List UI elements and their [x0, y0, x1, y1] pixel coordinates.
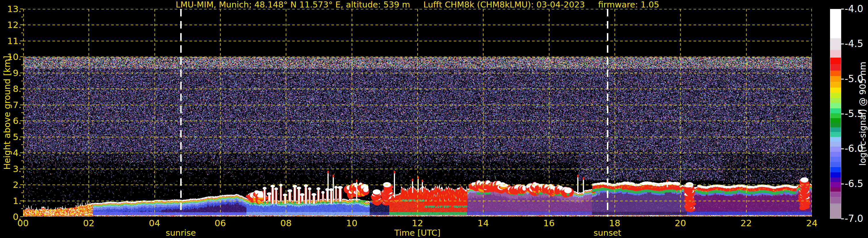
- y-tick-label: 6.: [0, 116, 21, 126]
- sunset-annotation: sunset: [564, 228, 651, 237]
- y-minor-tick: [21, 112, 23, 113]
- colorbar-tick-mark: [841, 148, 844, 149]
- colorbar-segment: [830, 172, 841, 178]
- colorbar-tick-mark: [841, 183, 844, 184]
- colorbar-segment: [830, 187, 841, 191]
- y-tick-label: 8.: [0, 84, 21, 94]
- colorbar-segment: [830, 93, 841, 98]
- colorbar-segment: [830, 137, 841, 142]
- y-minor-tick: [21, 160, 23, 161]
- y-major-tick: [20, 41, 23, 41]
- x-tick-label: 04: [142, 218, 167, 228]
- y-major-tick: [20, 169, 23, 169]
- y-major-tick: [20, 184, 23, 185]
- colorbar-segment: [830, 82, 841, 88]
- colorbar-segment: [830, 38, 841, 50]
- plot-title: LMU-MIM, Munich; 48.148° N 11.573° E, al…: [23, 0, 812, 9]
- y-major-tick: [20, 57, 23, 57]
- colorbar-segment: [830, 197, 841, 203]
- y-tick-label: 2.: [0, 179, 21, 190]
- title-instrument-date: Lufft CHM8k (CHM8kLMU): 03-04-2023: [424, 0, 585, 9]
- colorbar-label: log(rc-signal) @ 905 nm: [857, 9, 868, 219]
- colorbar-segment: [830, 127, 841, 132]
- colorbar-segment: [830, 182, 841, 187]
- y-tick-label: 4.: [0, 148, 21, 158]
- plot-area: [23, 9, 812, 217]
- y-major-tick: [20, 201, 23, 201]
- y-major-tick: [20, 152, 23, 153]
- colorbar-segment: [830, 103, 841, 108]
- y-major-tick: [20, 9, 23, 9]
- colorbar-segment: [830, 76, 841, 82]
- y-tick-label: 3.: [0, 163, 21, 174]
- x-tick-label: 20: [667, 218, 693, 228]
- y-tick-label: 7.: [0, 100, 21, 110]
- y-tick-label: 13.: [0, 4, 21, 14]
- y-tick-label: 9.: [0, 68, 21, 78]
- colorbar-segment: [830, 142, 841, 147]
- colorbar-segment: [830, 88, 841, 93]
- y-major-tick: [20, 120, 23, 121]
- y-minor-tick: [21, 49, 23, 49]
- colorbar-segment: [830, 178, 841, 182]
- x-tick-label: 16: [536, 218, 562, 228]
- ceilometer-heatmap-canvas: [23, 9, 812, 217]
- y-tick-label: 1.: [0, 196, 21, 206]
- colorbar-segment: [830, 157, 841, 162]
- colorbar-segment: [830, 50, 841, 58]
- colorbar-segment: [830, 64, 841, 70]
- x-tick-label: 12: [404, 218, 430, 228]
- y-minor-tick: [21, 192, 23, 193]
- x-tick-label: 02: [76, 218, 102, 228]
- y-major-tick: [20, 216, 23, 217]
- x-tick-label: 22: [733, 218, 759, 228]
- y-minor-tick: [21, 144, 23, 145]
- colorbar-segment: [830, 108, 841, 113]
- title-station: LMU-MIM, Munich; 48.148° N 11.573° E, al…: [176, 0, 410, 9]
- y-major-tick: [20, 137, 23, 137]
- x-tick-label: 00: [10, 218, 36, 228]
- colorbar-segment: [830, 70, 841, 77]
- colorbar-segment: [830, 9, 841, 38]
- y-minor-tick: [21, 176, 23, 177]
- y-major-tick: [20, 105, 23, 105]
- y-tick-label: 12.: [0, 20, 21, 30]
- y-tick-label: 10.: [0, 52, 21, 62]
- x-tick-label: 10: [339, 218, 365, 228]
- x-tick-label: 08: [273, 218, 299, 228]
- colorbar-tick-mark: [841, 218, 844, 219]
- y-minor-tick: [21, 64, 23, 65]
- title-firmware: firmware: 1.05: [598, 0, 659, 9]
- colorbar-segment: [830, 98, 841, 103]
- colorbar-segment: [830, 118, 841, 123]
- x-tick-label: 14: [470, 218, 496, 228]
- y-major-tick: [20, 25, 23, 25]
- colorbar-segment: [830, 58, 841, 64]
- colorbar-tick-mark: [841, 9, 844, 9]
- y-minor-tick: [21, 96, 23, 97]
- colorbar-segment: [830, 147, 841, 152]
- colorbar-segment: [830, 167, 841, 172]
- colorbar-tick-mark: [841, 79, 844, 80]
- ceilometer-quicklook-figure: LMU-MIM, Munich; 48.148° N 11.573° E, al…: [0, 0, 868, 238]
- colorbar-segment: [830, 132, 841, 137]
- colorbar-segment: [830, 123, 841, 127]
- colorbar-segment: [830, 162, 841, 167]
- colorbar-segment: [830, 203, 841, 218]
- colorbar-tick-mark: [841, 114, 844, 114]
- y-minor-tick: [21, 128, 23, 129]
- y-minor-tick: [21, 208, 23, 209]
- x-axis-label: Time [UTC]: [360, 228, 475, 237]
- colorbar-segment: [830, 191, 841, 197]
- y-major-tick: [20, 72, 23, 73]
- y-minor-tick: [21, 33, 23, 33]
- y-tick-label: 5.: [0, 132, 21, 142]
- y-tick-label: 11.: [0, 36, 21, 46]
- colorbar-segment: [830, 113, 841, 118]
- colorbar-segment: [830, 152, 841, 157]
- x-tick-label: 06: [207, 218, 233, 228]
- x-tick-label: 24: [799, 218, 825, 228]
- y-minor-tick: [21, 17, 23, 17]
- y-minor-tick: [21, 81, 23, 81]
- sunrise-annotation: sunrise: [137, 228, 224, 237]
